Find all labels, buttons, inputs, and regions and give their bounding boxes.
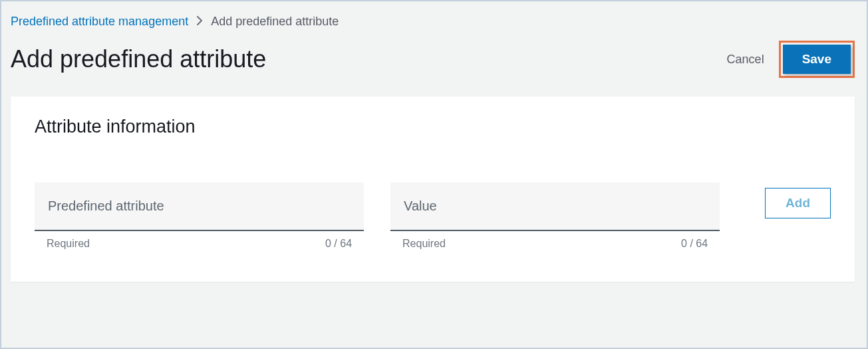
breadcrumb-parent-link[interactable]: Predefined attribute management: [11, 15, 188, 29]
predefined-attribute-input[interactable]: [35, 182, 364, 231]
predefined-attribute-meta: Required 0 / 64: [35, 231, 364, 250]
value-meta: Required 0 / 64: [390, 231, 720, 250]
panel-title: Attribute information: [35, 117, 831, 137]
chevron-right-icon: [196, 16, 203, 28]
char-counter: 0 / 64: [325, 238, 352, 250]
predefined-attribute-field: Required 0 / 64: [35, 182, 364, 250]
breadcrumb: Predefined attribute management Add pred…: [11, 11, 855, 29]
page-title: Add predefined attribute: [11, 45, 266, 73]
value-input[interactable]: [390, 182, 720, 231]
cancel-button[interactable]: Cancel: [724, 47, 767, 72]
add-button[interactable]: Add: [765, 188, 831, 218]
attribute-info-panel: Attribute information Required 0 / 64 Re…: [11, 97, 855, 282]
header-actions: Cancel Save: [724, 41, 855, 78]
page-header: Add predefined attribute Cancel Save: [11, 41, 855, 78]
breadcrumb-current: Add predefined attribute: [211, 15, 339, 29]
save-button-highlight: Save: [779, 41, 855, 78]
required-label: Required: [47, 238, 90, 250]
save-button[interactable]: Save: [783, 45, 851, 74]
required-label: Required: [402, 238, 446, 250]
attribute-form-row: Required 0 / 64 Required 0 / 64 Add: [35, 182, 831, 250]
value-field: Required 0 / 64: [390, 182, 720, 250]
char-counter: 0 / 64: [681, 238, 708, 250]
